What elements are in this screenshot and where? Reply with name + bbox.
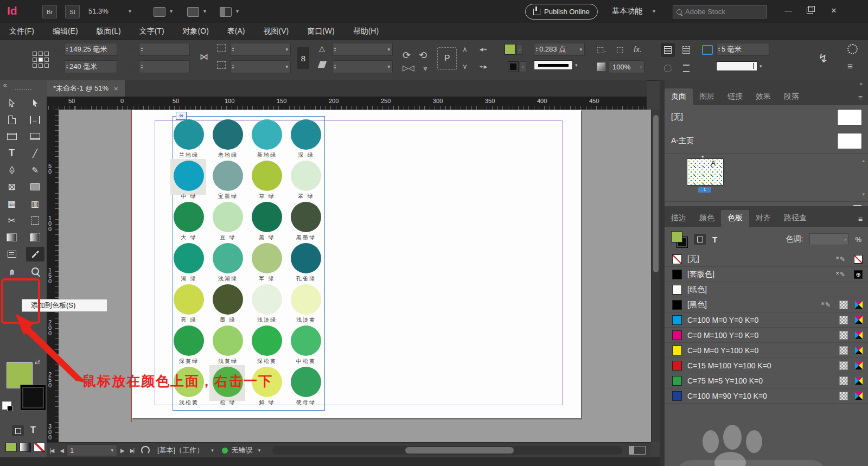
vertical-ruler[interactable]: 50 100 150 200 250 300 [47,110,59,442]
line-tool[interactable]: ╱ [26,146,44,161]
scale-x-field[interactable]: ▴▾ ▾ [230,43,291,56]
swatches-panel-menu-icon[interactable]: ≡ [853,212,868,227]
content-placer-tool[interactable] [26,129,44,144]
stroke-weight-field[interactable]: ▴▾ 0.283 点 ▾ [534,43,585,56]
color-circle[interactable] [291,243,321,273]
flip-horizontal-icon[interactable]: ▷◁ [403,63,414,72]
menu-table[interactable]: 表(A) [218,23,254,39]
color-circle[interactable] [291,284,321,315]
color-circle[interactable] [174,325,204,356]
gradient-feather-tool[interactable] [26,230,44,245]
color-circle[interactable] [252,119,282,150]
corner-shape-icon[interactable]: ⬚ [616,45,623,54]
pen-tool[interactable] [3,163,21,177]
horizontal-scrollbar-thumb[interactable] [405,447,514,454]
corner-options-icon[interactable]: ⬚. [597,45,606,54]
fill-color-expand[interactable]: › [516,44,523,55]
page-number-field[interactable]: 1 ▾ [66,444,117,456]
swatches-text-button[interactable]: T [712,235,717,244]
tab-color[interactable]: 颜色 [693,210,721,227]
select-next-icon[interactable]: ⌁▸ [480,62,487,71]
menu-edit[interactable]: 编辑(E) [43,23,87,39]
scale-y-field[interactable]: ▴▾ ▾ [230,60,291,73]
vertical-scrollbar-thumb[interactable] [653,115,659,272]
effects-fx-icon[interactable]: fx. [634,45,642,54]
control-gear-icon[interactable] [847,44,858,54]
control-menu-icon[interactable]: ≡ [847,61,853,72]
swatch-row-yellow[interactable]: C=0 M=0 Y=100 K=0 [665,343,868,358]
tab-pathfinder[interactable]: 路径查 [777,210,813,227]
adobe-stock-search[interactable]: Adobe Stock [673,5,767,18]
color-circle[interactable] [291,161,321,191]
y-position-field[interactable]: ▴▾ 240 毫米 [64,60,117,73]
swatch-row-registration[interactable]: [套版色] ✕✎ ⊕ [665,267,868,282]
gap-size-field[interactable]: ▴▾ 5 毫米 [716,43,769,56]
horizontal-ruler[interactable]: 50 0 50 100 150 200 250 300 350 400 450 [47,97,647,110]
preflight-chevron-icon[interactable]: ▾ [207,448,218,453]
minimize-button[interactable]: — [780,4,796,16]
menu-object[interactable]: 对象(O) [174,23,218,39]
split-window-icon[interactable] [629,446,646,455]
rectangle-tool[interactable] [26,180,44,194]
color-circle[interactable] [174,119,204,150]
stock-button[interactable]: St [65,5,80,18]
tab-stroke[interactable]: 描边 [665,210,693,227]
color-circle[interactable] [213,243,243,273]
page-tool[interactable] [3,112,21,127]
swatch-row-cyan[interactable]: C=100 M=0 Y=0 K=0 [665,312,868,328]
zoom-tool[interactable] [26,264,44,278]
wrap-jump-icon[interactable] [679,61,693,75]
rectangle-frame-tool[interactable]: ⊠ [3,180,21,194]
wrap-bounding-icon[interactable] [679,43,693,57]
gap-tool[interactable]: ↔ [26,112,44,127]
tab-close-icon[interactable]: × [114,85,118,93]
swatches-container-button[interactable] [694,234,706,245]
tab-align[interactable]: 对齐 [749,210,777,227]
color-circle[interactable] [291,367,321,397]
no-errors-label[interactable]: 无错误 [232,445,253,455]
previous-page-button[interactable]: ◀ [56,448,66,454]
width-field[interactable]: ▴▾ [139,43,190,56]
wrap-none-icon[interactable] [661,43,675,57]
swatch-row-magenta[interactable]: C=0 M=100 Y=0 K=0 [665,328,868,343]
first-page-button[interactable]: |◀ [47,448,56,454]
direct-selection-tool[interactable] [26,95,44,110]
menu-layout[interactable]: 版面(L) [87,23,130,39]
color-circle[interactable] [291,325,321,356]
hand-tool[interactable] [3,264,21,278]
next-page-button[interactable]: ▶ [117,448,127,454]
pages-panel-menu-icon[interactable]: ≡ [853,90,868,105]
color-circle[interactable] [252,284,282,315]
bridge-button[interactable]: Br [42,5,57,18]
reference-point-proxy[interactable] [33,52,49,68]
workspace-switcher[interactable]: 基本功能 [612,7,642,16]
default-fill-stroke-icon[interactable] [2,401,11,410]
horizontal-grid-tool[interactable]: ▦ [3,196,21,211]
color-circle[interactable] [213,284,243,315]
menu-view[interactable]: 视图(V) [254,23,298,39]
type-tool[interactable]: T [3,146,21,161]
tab-layers[interactable]: 图层 [693,88,721,105]
screen-mode-chevron-icon[interactable]: ▾ [203,8,206,14]
color-circle[interactable] [174,284,204,315]
preflight-profile[interactable]: [基本]（工作） [154,445,207,455]
last-page-button[interactable]: ▶| [127,448,137,454]
menu-file[interactable]: 文件(F) [0,23,43,39]
document-tab[interactable]: *未命名-1 @ 51% × [47,80,125,97]
select-container-icon[interactable]: P [437,47,457,70]
screen-mode-icon[interactable] [187,7,199,17]
free-transform-tool[interactable] [26,213,44,228]
color-circle[interactable] [252,202,282,232]
pencil-tool[interactable]: ✎ [26,163,44,177]
horizontal-scrollbar[interactable] [272,446,622,455]
tab-swatches[interactable]: 色板 [721,210,749,227]
pages-scroll-down-icon[interactable]: ▾ [862,191,865,197]
color-circle[interactable] [252,161,282,191]
fill-color-chip[interactable] [505,44,515,55]
page-number-chevron-icon[interactable]: ▾ [111,448,113,453]
tab-links[interactable]: 链接 [721,88,749,105]
height-field[interactable]: ▴▾ [139,60,190,73]
tint-field[interactable]: › [809,233,848,245]
arrange-documents-icon[interactable] [220,7,232,17]
errors-chevron-icon[interactable]: ▾ [253,448,266,453]
